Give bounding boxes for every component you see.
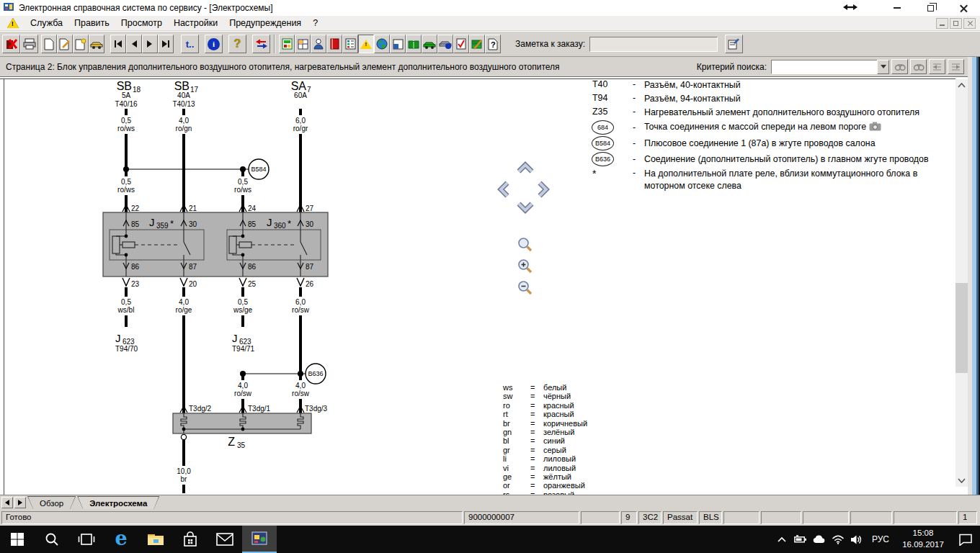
car-info-button[interactable] (437, 35, 453, 53)
clock[interactable]: 15:08 16.09.2017 (895, 528, 951, 550)
zoom-out-button[interactable] (517, 280, 533, 299)
pan-right-button[interactable] (537, 180, 550, 202)
search-dropdown-button[interactable] (877, 60, 889, 74)
svg-text:85: 85 (131, 220, 140, 228)
order-note-input[interactable] (589, 37, 718, 52)
wires (126, 109, 300, 493)
task-view-button[interactable] (69, 526, 104, 553)
volume-icon[interactable] (847, 526, 866, 553)
panel-button[interactable] (390, 35, 406, 53)
new-note-button[interactable] (73, 35, 89, 53)
toolbar-separator (274, 35, 275, 53)
scroll-down-button[interactable] (956, 475, 968, 487)
svg-text:ro/gr: ro/gr (293, 125, 308, 132)
junction-circle: B584 (592, 136, 614, 150)
camera-icon[interactable] (869, 122, 881, 134)
edge-button[interactable]: e (104, 526, 138, 553)
checklist-button[interactable] (453, 35, 469, 53)
page-help-button[interactable]: ? (485, 35, 501, 53)
info-button[interactable]: i (205, 35, 223, 53)
svg-text:85: 85 (248, 220, 257, 228)
search-combobox[interactable] (771, 60, 878, 74)
close-button[interactable] (947, 0, 980, 16)
red-book-button[interactable] (326, 35, 342, 53)
print-icon (23, 38, 36, 50)
tray-expand-button[interactable] (772, 526, 791, 553)
battery-icon[interactable] (791, 526, 810, 553)
svg-text:ro/ws: ro/ws (117, 125, 135, 132)
indent-right-button[interactable] (948, 59, 964, 74)
first-page-button[interactable] (110, 35, 126, 53)
edit-document-button[interactable] (57, 35, 73, 53)
legend-row: T94 - Разъём, 94-контактный (592, 93, 958, 104)
language-indicator[interactable]: РУС (866, 534, 895, 544)
help-icon: ? (234, 38, 241, 50)
vertical-scrollbar[interactable] (956, 79, 968, 487)
prev-page-button[interactable] (126, 35, 142, 53)
next-page-button[interactable] (142, 35, 158, 53)
jump-button[interactable]: t.. (181, 35, 199, 53)
search-next-button[interactable] (910, 59, 927, 74)
last-page-button[interactable] (158, 35, 174, 53)
sim-data-button[interactable] (279, 35, 295, 53)
warnings-toggle-button[interactable]: ! (358, 35, 374, 53)
wifi-icon[interactable] (829, 526, 847, 553)
store-button[interactable] (173, 526, 208, 553)
indent-left-icon (932, 63, 943, 71)
zoom-tool-button[interactable] (517, 237, 533, 256)
taskbar-search-button[interactable] (35, 526, 69, 553)
file-explorer-button[interactable] (138, 526, 173, 553)
window-grid-button[interactable] (295, 35, 311, 53)
new-document-button[interactable] (41, 35, 57, 53)
legend-row: * - На дополнительной плате реле, вблизи… (592, 168, 958, 191)
svg-text:*: * (170, 218, 174, 229)
mdi-minimize-button[interactable] (936, 18, 948, 29)
indent-left-button[interactable] (929, 59, 945, 74)
note-edit-button[interactable] (725, 35, 743, 53)
search-prev-button[interactable] (891, 59, 908, 74)
mail-button[interactable] (208, 526, 242, 553)
vehicle-button[interactable] (89, 35, 104, 53)
tab-schematic[interactable]: Электросхема (77, 496, 159, 509)
print-button[interactable] (20, 35, 38, 53)
scroll-up-button[interactable] (956, 79, 968, 91)
menu-preduprezhdeniya[interactable]: Предупреждения (223, 16, 307, 30)
restore-button[interactable] (914, 0, 947, 16)
svg-text:*: * (288, 218, 291, 229)
menu-pravit[interactable]: Править (68, 16, 115, 30)
action-center-button[interactable] (951, 526, 980, 553)
zoom-in-button[interactable] (517, 258, 533, 277)
elsa-app-button[interactable] (242, 526, 277, 553)
menu-sluzhba[interactable]: Служба (24, 16, 68, 30)
menu-prosmotr[interactable]: Просмотр (115, 16, 168, 30)
minimize-button[interactable] (881, 0, 914, 16)
tab-overview[interactable]: Обзор (27, 496, 76, 509)
menu-nastroyki[interactable]: Настройки (168, 16, 223, 30)
start-button[interactable] (0, 526, 35, 553)
svg-text:60A: 60A (294, 91, 307, 99)
books-pencil-button[interactable] (469, 35, 485, 53)
mdi-restore-button[interactable] (950, 18, 962, 29)
component-legend: T40 - Разъём, 40-контактный T94 - Разъём… (592, 79, 958, 194)
globe-button[interactable] (374, 35, 390, 53)
svg-text:T40/16: T40/16 (115, 100, 138, 108)
tab-scroll-right-button[interactable] (14, 497, 26, 508)
pan-down-button[interactable] (516, 201, 535, 217)
tab-scroll-left-button[interactable] (1, 497, 13, 508)
exit-button[interactable] (2, 35, 20, 53)
help-button[interactable]: ? (228, 35, 246, 53)
legend-term: T40 (592, 79, 633, 89)
mdi-close-button[interactable] (963, 18, 976, 29)
list-button[interactable] (342, 35, 358, 53)
globe-icon (376, 38, 388, 50)
pan-up-button[interactable] (516, 161, 535, 177)
swap-button[interactable] (252, 35, 270, 53)
scrollbar-thumb[interactable] (956, 283, 968, 373)
onedrive-icon[interactable] (810, 526, 829, 553)
pan-left-button[interactable] (497, 180, 510, 202)
green-car-button[interactable] (422, 35, 437, 53)
menu-help[interactable]: ? (307, 16, 324, 30)
title-bar: Электронная справочная система по сервис… (0, 0, 980, 16)
customer-button[interactable] (311, 35, 326, 53)
green-book-button[interactable] (406, 35, 422, 53)
